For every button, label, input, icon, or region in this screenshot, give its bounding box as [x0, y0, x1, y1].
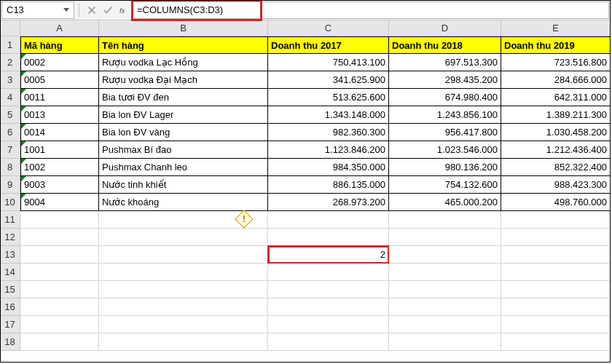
col-header-d[interactable]: D: [389, 20, 501, 36]
cell-b4[interactable]: Bia tươi ĐV đen: [99, 89, 268, 106]
cell-d7[interactable]: 1.023.546.000: [389, 141, 501, 159]
cell-a4[interactable]: 0011: [20, 89, 99, 106]
row-header-6[interactable]: 6: [0, 124, 20, 141]
cell-d12[interactable]: [389, 229, 501, 246]
cell-b2[interactable]: Rượu vodka Lạc Hồng: [99, 54, 268, 71]
name-box-input[interactable]: [7, 4, 58, 15]
cell-b13[interactable]: [99, 246, 268, 264]
cell-e13[interactable]: [501, 246, 611, 264]
cell-b18[interactable]: [99, 333, 268, 351]
row-header-5[interactable]: 5: [0, 106, 20, 124]
cell-b10[interactable]: Nước khoáng: [99, 194, 268, 211]
row-header-11[interactable]: 11: [0, 211, 20, 229]
cell-e17[interactable]: [501, 316, 611, 333]
cell-c15[interactable]: [268, 281, 389, 298]
fx-icon[interactable]: fx: [116, 2, 132, 18]
cell-a9[interactable]: 9003: [20, 176, 99, 194]
row-header-3[interactable]: 3: [0, 71, 20, 89]
cell-e12[interactable]: [501, 229, 611, 246]
formula-input[interactable]: [137, 4, 604, 15]
cell-c5[interactable]: 1.343.148.000: [268, 106, 389, 124]
cell-b16[interactable]: [99, 298, 268, 316]
cell-b6[interactable]: Bia lon ĐV vàng: [99, 124, 268, 141]
row-header-18[interactable]: 18: [0, 333, 20, 351]
cell-d2[interactable]: 697.513.300: [389, 54, 501, 71]
header-cell-d[interactable]: Doanh thu 2018: [389, 36, 501, 54]
select-all-corner[interactable]: [0, 20, 20, 36]
row-header-17[interactable]: 17: [0, 316, 20, 333]
cell-a16[interactable]: [20, 298, 99, 316]
cell-a2[interactable]: 0002: [20, 54, 99, 71]
col-header-c[interactable]: C: [268, 20, 389, 36]
cell-c2[interactable]: 750.413.100: [268, 54, 389, 71]
cell-b8[interactable]: Pushmax Chanh leo: [99, 159, 268, 176]
cell-d17[interactable]: [389, 316, 501, 333]
cell-e7[interactable]: 1.212.436.400: [501, 141, 611, 159]
cell-c14[interactable]: [268, 264, 389, 281]
cell-a13[interactable]: [20, 246, 99, 264]
cell-c13[interactable]: 2: [268, 246, 389, 264]
cell-b7[interactable]: Pushmax Bí đao: [99, 141, 268, 159]
cell-d8[interactable]: 980.136.200: [389, 159, 501, 176]
cell-d5[interactable]: 1.243.856.100: [389, 106, 501, 124]
cell-d9[interactable]: 754.132.600: [389, 176, 501, 194]
row-header-1[interactable]: 1: [0, 36, 20, 54]
header-cell-a[interactable]: Mã hàng: [20, 36, 99, 54]
row-header-8[interactable]: 8: [0, 159, 20, 176]
cell-a12[interactable]: [20, 229, 99, 246]
cell-c12[interactable]: [268, 229, 389, 246]
col-header-e[interactable]: E: [501, 20, 611, 36]
cell-c18[interactable]: [268, 333, 389, 351]
formula-input-wrap[interactable]: [132, 1, 609, 19]
cell-d18[interactable]: [389, 333, 501, 351]
chevron-down-icon[interactable]: [63, 8, 69, 12]
cancel-icon[interactable]: [84, 2, 100, 18]
cell-b17[interactable]: [99, 316, 268, 333]
cell-a17[interactable]: [20, 316, 99, 333]
cell-e9[interactable]: 988.423.300: [501, 176, 611, 194]
cell-a5[interactable]: 0013: [20, 106, 99, 124]
cell-a14[interactable]: [20, 264, 99, 281]
row-header-4[interactable]: 4: [0, 89, 20, 106]
cell-d15[interactable]: [389, 281, 501, 298]
cell-c4[interactable]: 513.625.600: [268, 89, 389, 106]
cell-e11[interactable]: [501, 211, 611, 229]
row-header-14[interactable]: 14: [0, 264, 20, 281]
cell-d6[interactable]: 956.417.800: [389, 124, 501, 141]
cell-a6[interactable]: 0014: [20, 124, 99, 141]
row-header-10[interactable]: 10: [0, 194, 20, 211]
name-box[interactable]: [1, 1, 74, 19]
cell-c17[interactable]: [268, 316, 389, 333]
cell-b12[interactable]: [99, 229, 268, 246]
row-header-7[interactable]: 7: [0, 141, 20, 159]
cell-d10[interactable]: 465.000.200: [389, 194, 501, 211]
cell-b5[interactable]: Bia lon ĐV Lager: [99, 106, 268, 124]
header-cell-b[interactable]: Tên hàng: [99, 36, 268, 54]
header-cell-c[interactable]: Doanh thu 2017: [268, 36, 389, 54]
row-header-15[interactable]: 15: [0, 281, 20, 298]
cell-a3[interactable]: 0005: [20, 71, 99, 89]
cell-a11[interactable]: [20, 211, 99, 229]
cell-e16[interactable]: [501, 298, 611, 316]
cell-e3[interactable]: 284.666.000: [501, 71, 611, 89]
cell-e8[interactable]: 852.322.400: [501, 159, 611, 176]
cell-a8[interactable]: 1002: [20, 159, 99, 176]
cell-b3[interactable]: Rượu vodka Đại Mạch: [99, 71, 268, 89]
cell-e2[interactable]: 723.516.800: [501, 54, 611, 71]
cell-c10[interactable]: 268.973.200: [268, 194, 389, 211]
cell-b15[interactable]: [99, 281, 268, 298]
cell-a10[interactable]: 9004: [20, 194, 99, 211]
cell-b14[interactable]: [99, 264, 268, 281]
cell-d14[interactable]: [389, 264, 501, 281]
cell-d13[interactable]: [389, 246, 501, 264]
cell-c3[interactable]: 341.625.900: [268, 71, 389, 89]
cell-e18[interactable]: [501, 333, 611, 351]
cell-c16[interactable]: [268, 298, 389, 316]
row-header-13[interactable]: 13: [0, 246, 20, 264]
cell-e5[interactable]: 1.389.211.300: [501, 106, 611, 124]
col-header-a[interactable]: A: [20, 20, 99, 36]
cell-c9[interactable]: 886.135.000: [268, 176, 389, 194]
row-header-12[interactable]: 12: [0, 229, 20, 246]
cell-d11[interactable]: [389, 211, 501, 229]
cell-e6[interactable]: 1.030.458.200: [501, 124, 611, 141]
